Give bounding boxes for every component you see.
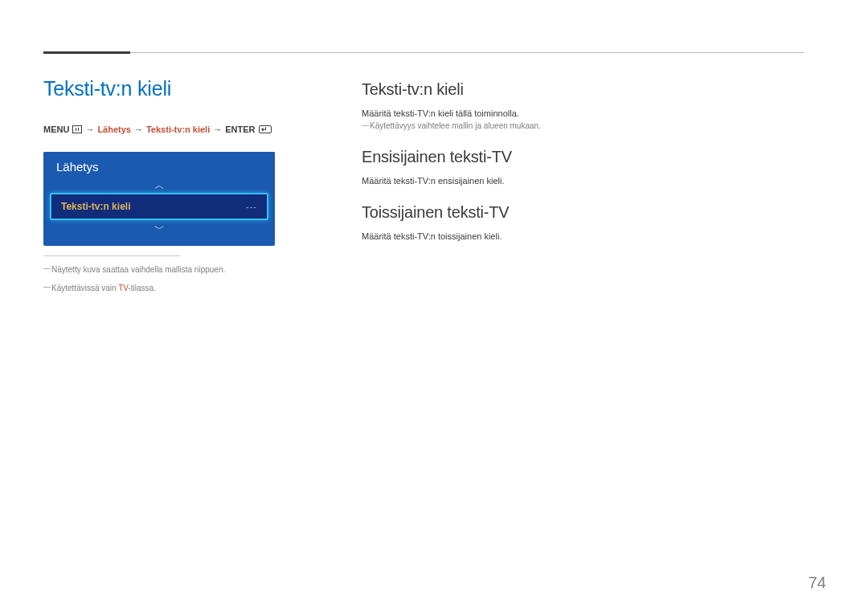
content-columns: Teksti-tv:n kieli MENU → Lähetys → Tekst…: [43, 77, 804, 296]
breadcrumb-nav2: Teksti-tv:n kieli: [146, 125, 210, 134]
footnote-pre: Käytettävissä vain: [51, 284, 118, 292]
section-note-1: Käytettävyys vaihtelee mallin ja alueen …: [362, 121, 804, 130]
enter-icon: [259, 125, 272, 133]
section-body-3: Määritä teksti-TV:n toissijainen kieli.: [362, 231, 804, 241]
footnote-post: -tilassa.: [128, 284, 155, 292]
menu-panel: Lähetys ︿ Teksti-tv:n kieli --- ﹀: [43, 152, 275, 246]
page-number: 74: [809, 574, 826, 592]
small-divider: [43, 255, 180, 256]
section-title-2: Ensisijainen teksti-TV: [362, 148, 804, 166]
breadcrumb-menu: MENU: [43, 125, 69, 134]
panel-header: Lähetys: [43, 152, 275, 178]
menu-icon: [72, 125, 82, 133]
page-title: Teksti-tv:n kieli: [43, 77, 276, 100]
section-title-1: Teksti-tv:n kieli: [362, 80, 804, 99]
panel-body: ︿ Teksti-tv:n kieli --- ﹀: [43, 178, 275, 246]
chevron-up-icon[interactable]: ︿: [50, 180, 268, 191]
arrow-icon: →: [134, 125, 143, 134]
left-column: Teksti-tv:n kieli MENU → Lähetys → Tekst…: [43, 77, 276, 296]
panel-selected-row[interactable]: Teksti-tv:n kieli ---: [50, 193, 268, 220]
section-body-2: Määritä teksti-TV:n ensisijainen kieli.: [362, 176, 804, 186]
selected-row-label: Teksti-tv:n kieli: [61, 201, 130, 212]
footnote-highlight: TV: [118, 284, 128, 292]
rule-thick: [43, 51, 130, 54]
arrow-icon: →: [85, 125, 94, 134]
footnote-tv-mode: Käytettävissä vain TV-tilassa.: [43, 283, 276, 293]
arrow-icon: →: [213, 125, 222, 134]
header-rule: [43, 51, 804, 58]
breadcrumb-enter: ENTER: [225, 125, 255, 134]
right-column: Teksti-tv:n kieli Määritä teksti-TV:n ki…: [362, 77, 804, 296]
breadcrumb: MENU → Lähetys → Teksti-tv:n kieli → ENT…: [43, 125, 276, 134]
footnote-image-vary: Näytetty kuva saattaa vaihdella mallista…: [43, 264, 276, 275]
rule-thin: [43, 52, 804, 53]
section-title-3: Toissijainen teksti-TV: [362, 203, 804, 222]
breadcrumb-nav1: Lähetys: [97, 125, 131, 134]
section-body-1: Määritä teksti-TV:n kieli tällä toiminno…: [362, 108, 804, 118]
chevron-down-icon[interactable]: ﹀: [50, 223, 268, 235]
selected-row-value: ---: [246, 202, 257, 211]
